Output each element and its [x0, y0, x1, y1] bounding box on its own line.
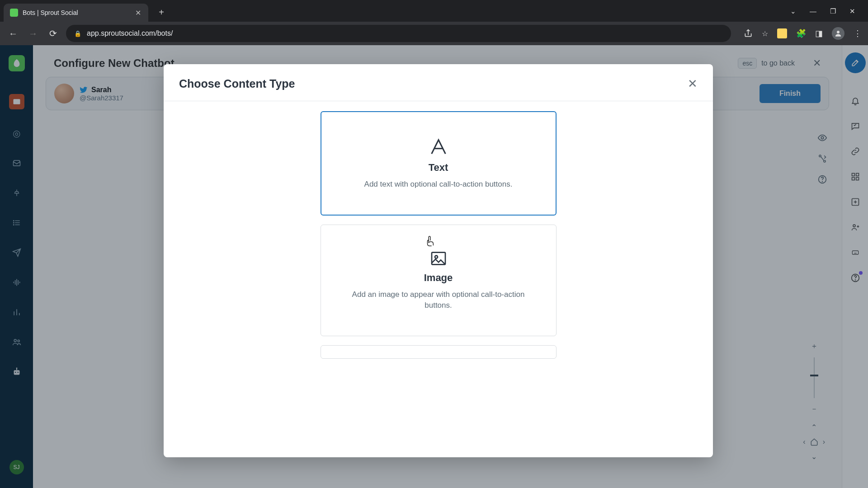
window-chevron-icon[interactable]: ⌄ [790, 7, 796, 15]
browser-tab[interactable]: Bots | Sprout Social ✕ [4, 4, 148, 22]
modal-title: Choose Content Type [179, 77, 295, 90]
svg-point-47 [435, 255, 438, 258]
url-text: app.sproutsocial.com/bots/ [87, 29, 173, 38]
reload-button[interactable]: ⟳ [46, 27, 60, 40]
svg-point-0 [837, 31, 840, 33]
option-title: Image [424, 272, 453, 284]
tab-title: Bots | Sprout Social [23, 9, 78, 16]
content-type-image-card[interactable]: Image Add an image to appear with option… [321, 225, 557, 336]
modal-close-icon[interactable]: ✕ [688, 77, 698, 91]
extension-badge-icon[interactable] [777, 28, 787, 38]
option-desc: Add an image to appear with optional cal… [344, 289, 533, 311]
window-maximize-icon[interactable]: ❐ [830, 7, 836, 15]
browser-toolbar: ← → ⟳ 🔒 app.sproutsocial.com/bots/ ☆ 🧩 ◨… [0, 22, 868, 45]
back-button[interactable]: ← [6, 27, 20, 40]
side-panel-icon[interactable]: ◨ [815, 28, 823, 38]
bookmark-icon[interactable]: ☆ [762, 29, 768, 38]
image-type-icon [428, 249, 449, 267]
new-tab-button[interactable]: + [155, 5, 168, 19]
content-type-modal: Choose Content Type ✕ Text Add text with… [164, 64, 713, 457]
share-icon[interactable] [744, 29, 753, 38]
option-desc: Add text with optional call-to-action bu… [364, 179, 513, 190]
address-bar[interactable]: 🔒 app.sproutsocial.com/bots/ [66, 25, 731, 42]
window-minimize-icon[interactable]: — [810, 7, 816, 15]
tab-favicon [10, 9, 18, 17]
browser-menu-icon[interactable]: ⋮ [854, 28, 862, 38]
content-type-more-card[interactable] [321, 345, 557, 359]
tab-close-icon[interactable]: ✕ [134, 9, 142, 17]
profile-avatar-icon[interactable] [832, 27, 844, 40]
window-controls: ⌄ — ❐ ✕ [790, 7, 864, 22]
modal-body[interactable]: Text Add text with optional call-to-acti… [164, 101, 713, 457]
window-close-icon[interactable]: ✕ [849, 7, 855, 15]
forward-button[interactable]: → [26, 27, 40, 40]
content-type-text-card[interactable]: Text Add text with optional call-to-acti… [321, 111, 557, 216]
option-title: Text [429, 162, 448, 174]
browser-tab-strip: Bots | Sprout Social ✕ + ⌄ — ❐ ✕ [0, 0, 868, 22]
lock-icon: 🔒 [74, 30, 81, 37]
extensions-icon[interactable]: 🧩 [796, 28, 806, 38]
text-type-icon [428, 136, 449, 157]
